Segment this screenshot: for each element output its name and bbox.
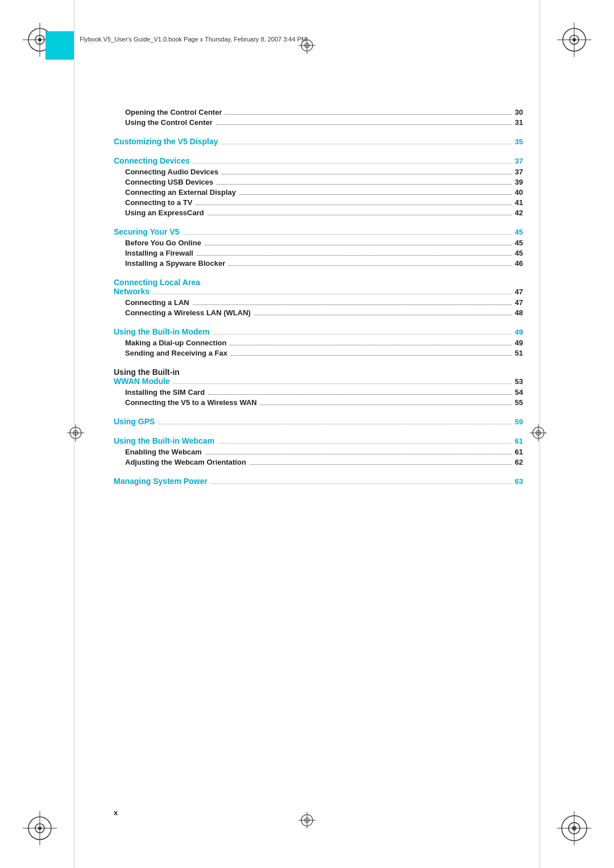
toc-content: Opening the Control Center 30 Using the …	[114, 108, 523, 488]
toc-entry-webcam: Using the Built-in Webcam 61	[114, 436, 523, 445]
toc-entry-dialup: Making a Dial-up Connection 49	[114, 339, 523, 347]
toc-label: Connecting a LAN	[125, 298, 189, 307]
bottom-center-crosshair	[298, 812, 316, 831]
mid-crosshair-left	[67, 424, 84, 444]
toc-entry-wlan: Connecting a Wireless LAN (WLAN) 48	[114, 308, 523, 317]
toc-label: Using the Built-in Webcam	[114, 436, 214, 445]
toc-dots	[196, 205, 511, 205]
reg-mark-top-right	[557, 23, 591, 57]
toc-page: 47	[515, 287, 523, 296]
toc-entry-external-display: Connecting an External Display 40	[114, 188, 523, 197]
toc-dots	[193, 163, 512, 164]
toc-entry-gps: Using GPS 59	[114, 417, 523, 426]
toc-label: Connecting to a TV	[125, 198, 192, 207]
toc-label: Using GPS	[114, 417, 155, 426]
toc-entry-sim: Installing the SIM Card 54	[114, 388, 523, 397]
toc-dots	[153, 294, 512, 294]
toc-entry-wireless-wan: Connecting the V5 to a Wireless WAN 55	[114, 398, 523, 407]
toc-entry-spyware: Installing a Spyware Blocker 46	[114, 259, 523, 268]
toc-label: Securing Your V5	[114, 227, 179, 236]
header-file-info: Flybook V5_User's Guide_V1.0.book Page x…	[80, 36, 306, 43]
toc-page: 35	[515, 137, 523, 146]
toc-page: 46	[515, 259, 523, 268]
toc-page: 48	[515, 308, 523, 317]
toc-section-line2: Networks 47	[114, 287, 523, 296]
toc-label: Customizing the V5 Display	[114, 137, 218, 146]
toc-dots	[205, 454, 512, 454]
toc-label: Using an ExpressCard	[125, 208, 204, 217]
toc-label: Opening the Control Center	[125, 108, 222, 116]
toc-page: 41	[515, 198, 523, 207]
toc-entry-firewall: Installing a Firewall 45	[114, 249, 523, 257]
toc-entry-before-online: Before You Go Online 45	[114, 239, 523, 247]
toc-label: Connecting Audio Devices	[125, 168, 218, 176]
toc-page: 49	[515, 339, 523, 347]
toc-page: 45	[515, 249, 523, 257]
toc-page: 61	[515, 437, 523, 445]
toc-page: 53	[515, 377, 523, 386]
toc-dots	[197, 255, 512, 256]
toc-label: Installing the SIM Card	[125, 388, 205, 397]
toc-entry-connecting-lan-section: Connecting Local Area Networks 47	[114, 278, 523, 296]
top-center-crosshair	[298, 37, 316, 56]
toc-entry-usb-devices: Connecting USB Devices 39	[114, 178, 523, 186]
toc-page: 47	[515, 298, 523, 307]
toc-label: Connecting a Wireless LAN (WLAN)	[125, 308, 251, 317]
toc-page: 37	[515, 157, 523, 165]
toc-dots	[193, 304, 512, 305]
toc-label: Installing a Spyware Blocker	[125, 259, 225, 268]
toc-label: Enabling the Webcam	[125, 448, 202, 456]
toc-page: 51	[515, 349, 523, 357]
toc-dots	[158, 424, 511, 424]
toc-dots	[222, 144, 512, 144]
cyan-square-decoration	[45, 31, 74, 60]
toc-page: 62	[515, 458, 523, 466]
toc-page: 55	[515, 398, 523, 407]
toc-label: Connecting Devices	[114, 156, 190, 165]
toc-label: Networks	[114, 287, 150, 296]
toc-dots	[254, 315, 512, 315]
toc-page: 54	[515, 388, 523, 397]
toc-entry-builtin-modem: Using the Built-in Modem 49	[114, 327, 523, 336]
reg-mark-bottom-right	[557, 811, 591, 845]
toc-section-wwan-line2: WWAN Module 53	[114, 377, 523, 386]
toc-label: Connecting the V5 to a Wireless WAN	[125, 398, 257, 407]
toc-label: Connecting an External Display	[125, 188, 236, 197]
toc-dots	[260, 404, 512, 405]
toc-label: Connecting USB Devices	[125, 178, 213, 186]
toc-dots	[218, 443, 511, 444]
toc-dots	[222, 174, 511, 174]
toc-section-wwan-line1: Using the Built-in	[114, 368, 523, 377]
reg-mark-bottom-left	[23, 811, 57, 845]
toc-label: Making a Dial-up Connection	[125, 339, 226, 347]
toc-page: 31	[515, 118, 523, 127]
toc-dots	[225, 114, 511, 115]
toc-label: Before You Go Online	[125, 239, 201, 247]
toc-dots	[211, 483, 512, 484]
toc-entry-connecting-devices: Connecting Devices 37	[114, 156, 523, 165]
toc-dots	[173, 383, 512, 384]
toc-entry-customizing-v5: Customizing the V5 Display 35	[114, 137, 523, 146]
toc-dots	[250, 464, 512, 465]
toc-dots	[231, 355, 512, 356]
toc-entry-enable-webcam: Enabling the Webcam 61	[114, 448, 523, 456]
toc-dots	[182, 234, 511, 235]
mid-crosshair-right	[530, 424, 547, 444]
toc-dots	[230, 345, 511, 345]
toc-entry-securing-v5: Securing Your V5 45	[114, 227, 523, 236]
toc-entry-fax: Sending and Receiving a Fax 51	[114, 349, 523, 357]
toc-label: Using the Built-in Modem	[114, 327, 210, 336]
toc-label: Managing System Power	[114, 477, 208, 486]
toc-page: 42	[515, 208, 523, 217]
toc-label: Sending and Receiving a Fax	[125, 349, 227, 357]
toc-dots	[208, 215, 512, 215]
toc-dots	[208, 394, 511, 395]
toc-entry-audio-devices: Connecting Audio Devices 37	[114, 168, 523, 176]
toc-entry-opening-control-center: Opening the Control Center 30	[114, 108, 523, 116]
toc-entry-system-power: Managing System Power 63	[114, 477, 523, 486]
toc-entry-using-control-center: Using the Control Center 31	[114, 118, 523, 127]
toc-dots	[239, 194, 511, 195]
toc-dots	[229, 265, 511, 266]
toc-label: Installing a Firewall	[125, 249, 193, 257]
toc-entry-expresscard: Using an ExpressCard 42	[114, 208, 523, 217]
